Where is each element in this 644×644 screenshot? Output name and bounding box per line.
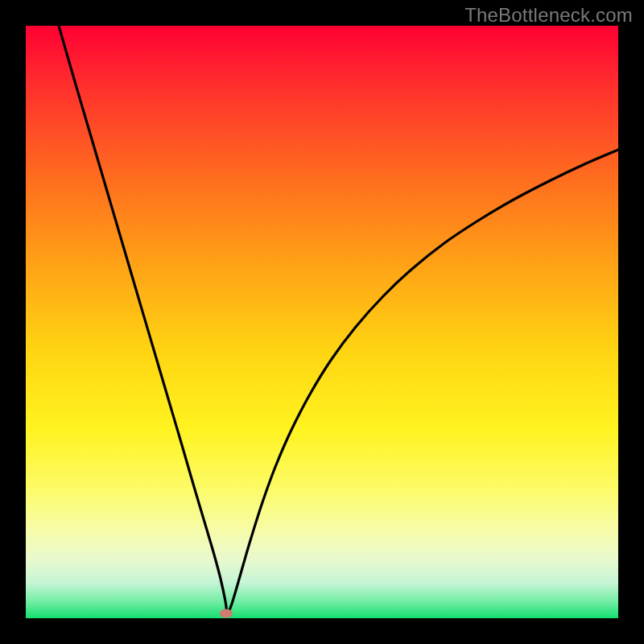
chart-area xyxy=(26,26,618,618)
bottleneck-curve xyxy=(26,26,618,618)
curve-path xyxy=(59,26,618,614)
watermark-text: TheBottleneck.com xyxy=(464,4,633,27)
minimum-marker xyxy=(220,609,233,618)
